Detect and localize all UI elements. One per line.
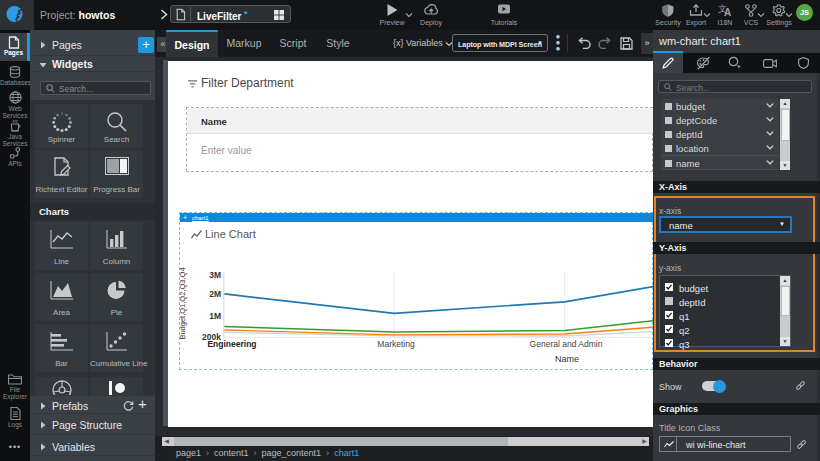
svg-text:A: A — [724, 7, 731, 16]
